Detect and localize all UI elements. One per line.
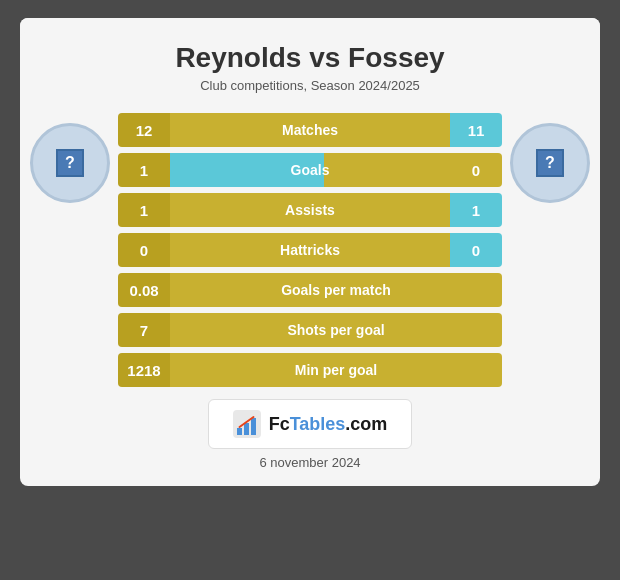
date-footer: 6 november 2024 (20, 455, 600, 470)
goals-label: Goals (170, 153, 450, 187)
header-section: Reynolds vs Fossey Club competitions, Se… (20, 18, 600, 113)
watermark-section: FcTables.com (20, 399, 600, 449)
shots-per-goal-row: 7 Shots per goal (118, 313, 502, 347)
watermark-blue-text: Tables (290, 414, 346, 434)
main-card: Reynolds vs Fossey Club competitions, Se… (20, 18, 600, 486)
shots-per-goal-label: Shots per goal (170, 313, 502, 347)
left-avatar-placeholder: ? (56, 149, 84, 177)
page-subtitle: Club competitions, Season 2024/2025 (20, 78, 600, 103)
matches-label: Matches (170, 113, 450, 147)
hattricks-row: 0 Hattricks 0 (118, 233, 502, 267)
assists-row: 1 Assists 1 (118, 193, 502, 227)
min-per-goal-label: Min per goal (170, 353, 502, 387)
left-player-avatar: ? (30, 123, 110, 203)
goals-row: 1 Goals 0 (118, 153, 502, 187)
hattricks-left-val: 0 (118, 233, 170, 267)
hattricks-right-val: 0 (450, 233, 502, 267)
svg-rect-1 (237, 428, 242, 435)
players-section: ? 12 Matches 11 1 Goals 0 1 (20, 113, 600, 387)
hattricks-label: Hattricks (170, 233, 450, 267)
svg-rect-3 (251, 418, 256, 435)
shots-per-goal-val: 7 (118, 313, 170, 347)
matches-left-val: 12 (118, 113, 170, 147)
stats-center: 12 Matches 11 1 Goals 0 1 Assists 1 (110, 113, 510, 387)
right-player-avatar: ? (510, 123, 590, 203)
min-per-goal-row: 1218 Min per goal (118, 353, 502, 387)
right-avatar-placeholder: ? (536, 149, 564, 177)
goals-right-val: 0 (450, 153, 502, 187)
matches-right-val: 11 (450, 113, 502, 147)
goals-left-val: 1 (118, 153, 170, 187)
page-wrapper: Reynolds vs Fossey Club competitions, Se… (0, 0, 620, 580)
watermark-icon (233, 410, 261, 438)
goals-per-match-val: 0.08 (118, 273, 170, 307)
watermark-text: FcTables.com (269, 414, 388, 435)
goals-per-match-row: 0.08 Goals per match (118, 273, 502, 307)
page-title: Reynolds vs Fossey (20, 32, 600, 78)
watermark-box: FcTables.com (208, 399, 413, 449)
svg-rect-2 (244, 423, 249, 435)
matches-row: 12 Matches 11 (118, 113, 502, 147)
min-per-goal-val: 1218 (118, 353, 170, 387)
assists-label: Assists (170, 193, 450, 227)
goals-per-match-label: Goals per match (170, 273, 502, 307)
assists-right-val: 1 (450, 193, 502, 227)
assists-left-val: 1 (118, 193, 170, 227)
